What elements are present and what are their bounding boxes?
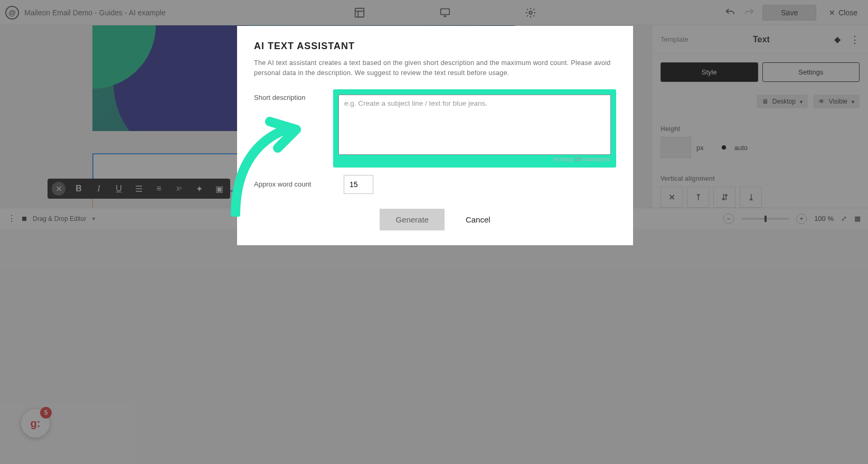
modal-description: The AI text assistant creates a text bas…: [254, 58, 616, 79]
char-hint: At least 10 characters: [338, 156, 611, 162]
short-description-label: Short description: [254, 89, 333, 101]
short-description-input[interactable]: [338, 95, 611, 155]
ai-text-assistant-modal: AI TEXT ASSISTANT The AI text assistant …: [237, 26, 633, 245]
generate-button[interactable]: Generate: [380, 209, 445, 230]
cancel-button[interactable]: Cancel: [466, 209, 490, 230]
word-count-label: Approx word count: [254, 180, 344, 188]
modal-title: AI TEXT ASSISTANT: [254, 41, 616, 52]
word-count-input[interactable]: [344, 175, 373, 194]
short-description-highlight: At least 10 characters: [333, 89, 616, 168]
